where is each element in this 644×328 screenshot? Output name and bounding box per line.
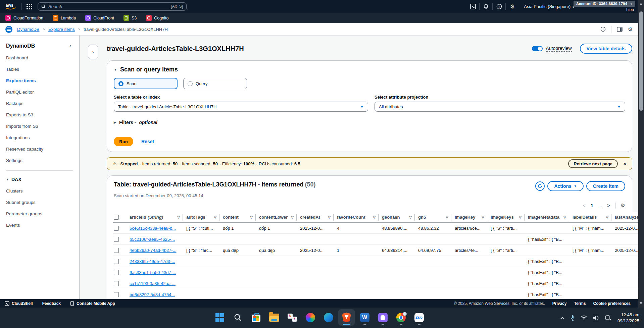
sidebar-item-parameter-groups[interactable]: Parameter groups [6, 211, 73, 216]
vertical-scrollbar[interactable] [638, 0, 644, 308]
start-button[interactable] [211, 309, 228, 326]
next-page-icon[interactable]: > [607, 203, 610, 208]
article-id-link[interactable]: b5c2106f-ae85-4625-... [130, 237, 175, 242]
retrieve-next-page-button[interactable]: Retrieve next page [568, 159, 618, 168]
attribute-projection-select[interactable]: All attributes ▼ [375, 102, 625, 112]
sidebar-item-partiql-editor[interactable]: PartiQL editor [6, 90, 73, 95]
breadcrumb-dynamodb[interactable]: DynamoDB [17, 27, 39, 32]
username-label[interactable]: hieu [626, 7, 634, 12]
article-id-link[interactable]: bd6d8292-5d8d-4754... [130, 292, 175, 297]
sidebar-item-tables[interactable]: Tables [6, 67, 73, 72]
cloudshell-footer-button[interactable]: CloudShell [5, 301, 33, 306]
privacy-link[interactable]: Privacy [552, 301, 567, 306]
refresh-button[interactable] [535, 181, 545, 191]
sort-icon[interactable]: ▽ [480, 215, 484, 219]
split-panel-icon[interactable] [617, 27, 623, 32]
breadcrumb-explore-items[interactable]: Explore items [48, 27, 75, 32]
article-id-link[interactable]: 9ac33ae1-5a50-43d7-... [130, 270, 176, 275]
article-id-link[interactable]: 6ce5f15c-f33a-4ea8-b... [130, 226, 176, 231]
scroll-down-icon[interactable] [640, 302, 642, 305]
sidebar-item-imports-from-s3[interactable]: Imports from S3 [6, 124, 73, 129]
scan-query-expander[interactable]: ▼ Scan or query items [114, 66, 625, 73]
scan-mode-tile[interactable]: Scan [114, 78, 178, 89]
word-button[interactable]: W [356, 309, 373, 326]
sort-icon[interactable]: ▽ [561, 215, 566, 219]
unikey-button[interactable]: UI [284, 309, 300, 326]
sort-icon[interactable]: ▽ [326, 215, 331, 219]
volume-tray-icon[interactable] [593, 315, 599, 321]
favorite-cognito[interactable]: Cognito [146, 15, 168, 21]
article-id-link[interactable]: 243386f5-49de-47d3-... [130, 259, 175, 264]
terms-link[interactable]: Terms [574, 301, 586, 306]
close-icon[interactable]: × [623, 161, 627, 167]
sort-icon[interactable]: ▽ [371, 215, 376, 219]
console-mobile-app-button[interactable]: Console Mobile App [70, 301, 115, 306]
row-checkbox[interactable] [114, 248, 119, 253]
autopreview-toggle[interactable]: Autopreview [532, 46, 572, 52]
table-preferences-gear-icon[interactable]: ⚙ [621, 202, 625, 209]
sidebar-item-exports-to-s3[interactable]: Exports to S3 [6, 112, 73, 117]
table-select[interactable]: Table - travel-guided-ArticlesTable-L3G1… [114, 102, 368, 112]
select-all-checkbox[interactable] [114, 215, 119, 220]
sort-icon[interactable]: ▽ [407, 215, 412, 219]
row-checkbox[interactable] [114, 226, 119, 231]
row-checkbox[interactable] [114, 259, 119, 264]
copilot-button[interactable] [302, 309, 318, 326]
sidebar-item-integrations[interactable]: Integrations [6, 135, 73, 140]
sidebar-item-reserved-capacity[interactable]: Reserved capacity [6, 147, 73, 152]
reset-link[interactable]: Reset [141, 139, 154, 144]
view-table-details-button[interactable]: View table details [580, 44, 632, 54]
region-selector[interactable]: Asia Pacific (Singapore)▼ [524, 4, 575, 9]
radio-selected-icon[interactable] [118, 81, 123, 86]
account-id-badge[interactable]: Account ID: 3364-6839-1794 ▼ [574, 1, 635, 7]
article-id-link[interactable]: 4ebb26a0-74ad-4b27-... [130, 248, 177, 253]
purple-ghost-app-button[interactable] [375, 309, 391, 326]
query-mode-tile[interactable]: Query [183, 78, 247, 89]
cookie-preferences-link[interactable]: Cookie preferences [593, 301, 631, 306]
brave-button[interactable] [338, 309, 355, 326]
preferences-gear-icon[interactable]: ⚙ [628, 26, 633, 33]
microsoft-store-button[interactable] [248, 309, 264, 326]
sort-icon[interactable]: ▽ [175, 215, 180, 219]
sidebar-item-dashboard[interactable]: Dashboard [6, 55, 73, 60]
row-checkbox[interactable] [114, 281, 119, 286]
taskbar-clock[interactable]: 12:45 am 09/12/2025 [617, 312, 639, 324]
sort-icon[interactable]: ▽ [604, 215, 608, 219]
sidebar-collapse-icon[interactable]: ‹ [69, 43, 71, 49]
sort-icon[interactable]: ▽ [212, 215, 216, 219]
file-explorer-button[interactable] [266, 309, 282, 326]
microphone-tray-icon[interactable] [571, 315, 575, 321]
sidebar-section-dax[interactable]: ▼DAX [6, 177, 73, 182]
side-panel-expand-button[interactable]: › [88, 45, 98, 59]
sort-icon[interactable]: ▽ [444, 215, 448, 219]
sidebar-item-explore-items[interactable]: Explore items [6, 78, 73, 83]
sidebar-item-events[interactable]: Events [6, 223, 73, 228]
scrollbar-thumb[interactable] [639, 11, 643, 111]
favorite-cloudfront[interactable]: CloudFront [85, 15, 114, 21]
help-icon[interactable]: ? [493, 4, 505, 9]
sort-icon[interactable]: ▽ [517, 215, 522, 219]
global-search[interactable]: [Alt+S] [38, 2, 187, 11]
row-checkbox[interactable] [114, 292, 119, 297]
radio-icon[interactable] [188, 81, 193, 86]
scroll-up-icon[interactable] [640, 3, 642, 5]
article-id-link[interactable]: ca1c1193-0a35-42aa-... [130, 281, 176, 286]
previous-page-icon[interactable]: < [583, 203, 586, 208]
chrome-button[interactable] [393, 309, 409, 326]
settings-gear-icon[interactable]: ⚙ [506, 3, 518, 10]
create-item-button[interactable]: Create item [586, 181, 625, 191]
services-grid-icon[interactable] [27, 4, 32, 9]
filters-expander[interactable]: ▶ Filters - optional [114, 120, 625, 125]
row-checkbox[interactable] [114, 237, 119, 242]
run-button[interactable]: Run [114, 137, 133, 146]
screenshot-tray-icon[interactable] [605, 315, 612, 321]
favorite-cloudformation[interactable]: CloudFormation [5, 15, 43, 21]
info-icon[interactable] [600, 26, 606, 32]
sidebar-item-backups[interactable]: Backups [6, 101, 73, 106]
edge-button[interactable] [320, 309, 337, 326]
show-hidden-icons-chevron[interactable] [560, 316, 565, 320]
wifi-tray-icon[interactable] [581, 315, 587, 320]
nav-menu-button[interactable] [5, 26, 12, 33]
row-checkbox[interactable] [114, 270, 119, 275]
favorite-s3[interactable]: S3 [123, 15, 137, 21]
